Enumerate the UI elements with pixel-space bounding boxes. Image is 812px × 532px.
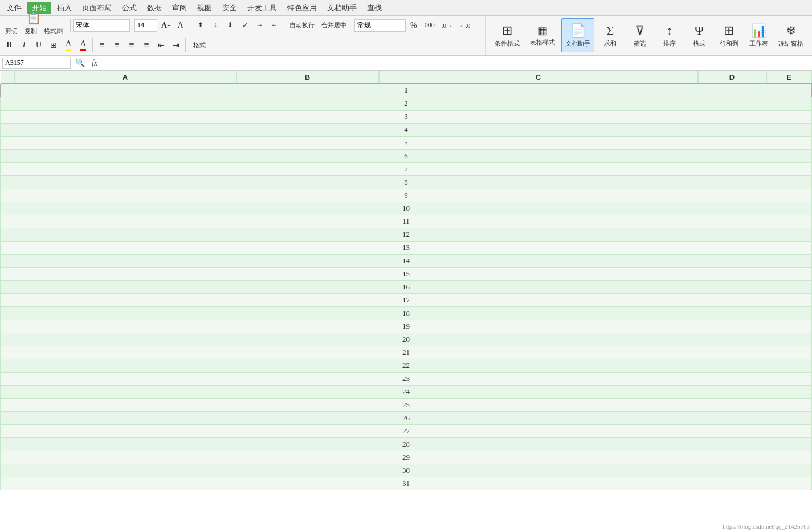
row-number: 5 [1,137,812,150]
toolbar-main: 📋 剪切 复制 格式刷 宋体 14 A+ A- ⬆ ↕ [0,16,812,56]
indent-right-button[interactable]: ⇥ [169,38,183,52]
menu-data[interactable]: 数据 [142,2,166,14]
col-header-b[interactable]: B [236,71,379,83]
freeze-button[interactable]: ❄ 冻结窗格 [774,18,807,52]
table-row: 30addition/əˈdiʃən/n.加，加法；附加物 [1,464,813,477]
work-table-button[interactable]: 📊 工作表 [745,18,772,52]
row-number: 22 [1,359,812,373]
thousand-button[interactable]: 000 [422,18,438,33]
row-number: 10 [1,202,812,215]
align-middle-button[interactable]: ↕ [209,18,222,33]
sort-button[interactable]: ↕ 排序 [656,18,683,52]
table-row: 13accidental/ˌæksiˈdentl/a.偶然的；非本质的 [1,242,813,255]
condition-format-button[interactable]: ⊞ 条件格式 [491,18,524,52]
paste-button[interactable]: 📋 [24,13,44,24]
text-wrap-button[interactable]: 自动换行 [287,18,317,33]
table-row: 9abuse/əˈbjuːz,əˈbjuːs/vt.滥用；虐待n.滥用 [1,189,813,202]
merge-center-button[interactable]: 合并居中 [319,18,349,33]
fill-color-button[interactable]: A [62,38,75,52]
row-number: 12 [1,228,812,242]
table-row: 20account/əˈkaunt/n.记述；解释；帐目 [1,333,813,346]
table-row: 2abandon/əˈbændən/vt.丢弃；放弃，抛弃 [1,97,813,111]
menu-special[interactable]: 特色应用 [283,2,321,14]
table-row: 3aboard/əˈbɔːd/ad.在船(车)上；上船 [1,111,813,124]
menu-formula[interactable]: 公式 [117,2,141,14]
align-right-button[interactable]: ≡ [125,38,138,52]
italic-button[interactable]: I [17,38,31,52]
row-number: 28 [1,438,812,451]
table-style-button[interactable]: ▦ 表格样式 [526,18,559,52]
col-header-e[interactable]: E [766,71,812,83]
menu-doc-helper[interactable]: 文档助手 [323,2,361,14]
indent-decrease-button[interactable]: ← [268,18,281,33]
freeze-icon: ❄ [786,23,796,38]
col-header-d[interactable]: D [698,71,766,83]
search-icon: 🔍 [73,58,87,68]
format-button[interactable]: Ψ 格式 [685,18,713,52]
doc-helper-button[interactable]: 📄 文档助手 [561,18,594,52]
indent-left-button[interactable]: ⇤ [154,38,168,52]
font-decrease-button[interactable]: A- [175,18,189,33]
row-number: 17 [1,294,812,307]
justify-button[interactable]: ≡ [140,38,153,52]
align-left-button[interactable]: ≡ [95,38,109,52]
spreadsheet-table: A B C D E 1namesoundmarkexplainwordrank2… [0,71,812,490]
font-color-button[interactable]: A [76,38,90,52]
sum-button[interactable]: Σ 求和 [597,18,624,52]
row-number: 26 [1,412,812,425]
fx-label: fx [89,59,100,68]
filter-button[interactable]: ⊽ 筛选 [626,18,654,52]
sum-icon: Σ [607,23,614,38]
row-number: 24 [1,386,812,399]
font-family-select[interactable]: 宋体 [73,19,130,32]
table-row: 31additional/əˈdiʃənl/a.附加的，追加的 [1,477,813,490]
menu-file[interactable]: 文件 [2,2,26,14]
align-center-button[interactable]: ≡ [110,38,124,52]
doc-helper-label: 文档助手 [565,39,590,48]
font-size-select[interactable]: 14 [134,19,157,32]
sep3 [284,19,284,32]
table-row: 19accordingly/əˈkɔːdiŋli/ad.因此，所以；照着 [1,320,813,333]
condition-format-label: 条件格式 [495,39,520,48]
format-cells-button[interactable]: 格式 [188,38,211,52]
align-top-button[interactable]: ⬆ [194,18,207,33]
table-row: 15accommodation/əˌkɒməˈdeiʃən/n.招待设备；预定铺… [1,268,813,281]
sort-label: 排序 [663,39,676,48]
table-body: 1namesoundmarkexplainwordrank2abandon/əˈ… [1,84,813,490]
menu-page-layout[interactable]: 页面布局 [77,2,116,14]
font-increase-button[interactable]: A+ [158,18,174,33]
decimal-increase-button[interactable]: .0→ [439,18,455,33]
col-header-a[interactable]: A [14,71,236,83]
table-row: 7abstract/ˈæbstrækt/n.摘要 [1,163,813,176]
sep5 [92,38,93,52]
menu-bar: 文件 开始 插入 页面布局 公式 数据 审阅 视图 安全 开发工具 特色应用 文… [0,0,812,16]
menu-view[interactable]: 视图 [193,2,217,14]
indent-increase-button[interactable]: → [253,18,267,33]
cell-reference-box[interactable]: A3157 [2,58,71,69]
number-format-select[interactable]: 常规 [354,19,406,32]
table-row: 1namesoundmarkexplainwordrank [1,84,813,97]
decimal-decrease-button[interactable]: ←.0 [456,18,473,33]
row-number: 3 [1,111,812,124]
border-button[interactable]: ⊞ [47,38,60,52]
menu-review[interactable]: 审阅 [168,2,191,14]
menu-insert[interactable]: 插入 [52,2,76,14]
align-bottom-button[interactable]: ⬇ [223,18,237,33]
table-row: 24accustomed/əˈkʌstəmd/a.惯常的；习惯的 [1,386,813,399]
menu-search[interactable]: 查找 [362,2,386,14]
work-table-icon: 📊 [751,23,766,38]
row-number: 2 [1,97,812,111]
spreadsheet-container[interactable]: A B C D E 1namesoundmarkexplainwordrank2… [0,71,812,532]
formula-input[interactable] [102,58,810,69]
table-row: 26acquaintance/əˈkweintəns/n.认识；了解；熟人 [1,412,813,425]
row-number: 4 [1,124,812,137]
row-col-button[interactable]: ⊞ 行和列 [715,18,742,52]
menu-developer[interactable]: 开发工具 [243,2,281,14]
col-header-c[interactable]: C [379,71,698,83]
menu-security[interactable]: 安全 [218,2,242,14]
row-number: 23 [1,373,812,386]
bold-button[interactable]: B [2,38,16,52]
text-direction-button[interactable]: ↙ [238,18,252,33]
underline-button[interactable]: U [32,38,46,52]
percent-button[interactable]: % [407,18,421,33]
